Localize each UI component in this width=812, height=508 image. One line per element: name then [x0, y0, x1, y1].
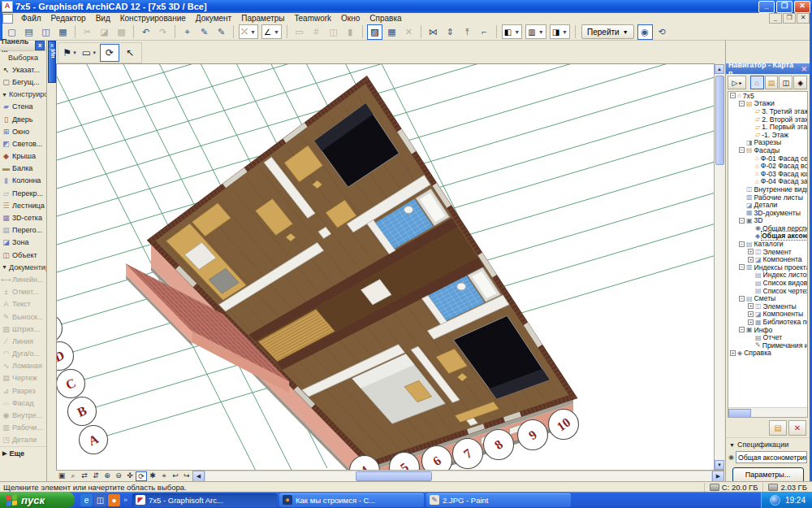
navigator-title-bar[interactable]: Навигатор - Карта п... ✕	[726, 63, 810, 74]
new-folder-icon[interactable]: ▤	[769, 420, 787, 436]
fill-tool[interactable]: ▨Штрих...	[0, 323, 46, 335]
zoom-box-icon[interactable]: ⌕	[67, 471, 79, 481]
tree-item[interactable]: ▤Индекс листов	[728, 271, 807, 280]
pan-icon[interactable]: ✜	[124, 471, 136, 481]
task-button[interactable]: ✎2.JPG - Paint	[426, 493, 571, 507]
elevation-tool[interactable]: ⌓Фасад	[0, 397, 46, 409]
tree-item[interactable]: ◪Детали	[728, 201, 807, 209]
door-tool[interactable]: ▯Дверь	[0, 113, 46, 125]
tree-item[interactable]: −▤Каталоги	[728, 240, 807, 248]
wall-tool[interactable]: ▰Стена	[0, 101, 46, 113]
drawing-tool[interactable]: ▤Чертеж	[0, 372, 46, 384]
mdi-restore-button[interactable]: ❒	[783, 13, 796, 24]
split-icon[interactable]: ⇕	[443, 24, 458, 40]
tree-item[interactable]: +▦Библиотека по	[728, 318, 807, 326]
tree-item[interactable]: −▤Сметы	[728, 294, 807, 302]
stair-tool[interactable]: ☰Лестница	[0, 199, 46, 211]
menu-редактор[interactable]: Редактор	[46, 14, 91, 23]
interior-elevation-tool[interactable]: ◉Внутре...	[0, 409, 46, 421]
scroll-up-icon[interactable]: ▲	[715, 64, 724, 74]
tree-item[interactable]: −⌂7x5	[728, 92, 807, 100]
magic-wand-icon[interactable]: ▦	[384, 24, 400, 40]
tree-item[interactable]: ▦3D-документы	[728, 209, 807, 217]
task-button[interactable]: ◤7x5 - Graphisoft Arc...	[132, 493, 277, 507]
vertical-scrollbar[interactable]: ▲ ▼	[714, 64, 724, 470]
collapse-icon[interactable]: −	[739, 327, 745, 332]
detail-tool[interactable]: ◳Детали	[0, 434, 46, 446]
collapse-icon[interactable]: −	[739, 101, 745, 106]
tree-item[interactable]: ▥Рабочие листы	[728, 193, 807, 202]
pick-params-icon[interactable]: ⌖	[179, 24, 195, 40]
marquee-view-icon[interactable]: ▭▼	[80, 45, 98, 61]
copy-icon[interactable]: ◪	[97, 24, 112, 40]
tree-item[interactable]: ◉Общая перспек	[728, 224, 807, 232]
collapse-icon[interactable]: −	[739, 264, 745, 270]
tree-item[interactable]: ▱-1. Этаж	[728, 131, 807, 139]
tree-item[interactable]: +◫Элемент	[728, 248, 807, 256]
roof-tool[interactable]: ◆Крыша	[0, 150, 46, 163]
beam-tool[interactable]: ▬Балка	[0, 163, 46, 175]
view-settings-icon[interactable]: ⚑▼	[61, 45, 79, 61]
section-view-combo[interactable]: ◧▼	[502, 24, 522, 39]
drawing-canvas[interactable]: ABCDE45678910	[56, 63, 715, 471]
tree-item[interactable]: ▤Список чертеж	[728, 287, 807, 295]
arrow-mode-combo[interactable]: ⤫▼	[239, 24, 258, 39]
worksheet-tool[interactable]: ▥Рабочи...	[0, 422, 46, 434]
expand-icon[interactable]: +	[748, 319, 754, 325]
object-tool[interactable]: ◫Объект	[0, 249, 46, 261]
menu-параметры[interactable]: Параметры	[236, 14, 289, 23]
mdi-close-button[interactable]: ✕	[797, 13, 810, 24]
start-button[interactable]: пуск	[0, 492, 75, 508]
fit-icon[interactable]: ⇄	[79, 471, 90, 481]
render-icon[interactable]: ◉	[637, 24, 653, 40]
window-tool[interactable]: ⊞Окно	[0, 125, 46, 137]
skylight-tool[interactable]: ◩Светов...	[0, 137, 46, 150]
specifications-header[interactable]: ▼ Спецификации	[726, 437, 810, 450]
scroll-right-icon[interactable]: ▶	[712, 471, 724, 482]
tree-item[interactable]: ◈Общая аксон	[728, 232, 807, 241]
grid-snap-icon[interactable]: #	[309, 24, 324, 40]
toolbox-section[interactable]: ▼Документир	[0, 261, 46, 273]
project-map-icon[interactable]: ⌂	[750, 76, 764, 89]
menu-справка[interactable]: Справка	[365, 14, 406, 23]
cut-icon[interactable]: ✂	[80, 24, 95, 40]
text-tool[interactable]: AТекст	[0, 298, 46, 310]
tree-item[interactable]: +◪Компонента	[728, 255, 807, 263]
orbit-icon[interactable]: ⟳	[100, 44, 119, 62]
zone-tool[interactable]: ◪Зона	[0, 237, 46, 249]
orbit-icon[interactable]: ⟳	[136, 471, 147, 481]
horizontal-scrollbar[interactable]	[205, 471, 712, 482]
close-icon[interactable]: x	[49, 41, 55, 50]
tree-item[interactable]: −▥Индексы проекта	[728, 263, 807, 271]
tree-item[interactable]: ▤Список видов	[728, 279, 807, 287]
mesh-tool[interactable]: ▦3D-сетка	[0, 211, 46, 224]
tree-item[interactable]: +◈Справка	[728, 350, 807, 358]
scroll-left-icon[interactable]: ◀	[192, 471, 205, 482]
info-box-minimized-tab[interactable]: x Ин	[48, 41, 56, 83]
fillet-icon[interactable]: ⌐	[477, 24, 492, 40]
menu-файл[interactable]: Файл	[16, 14, 46, 23]
tree-item[interactable]: ⌂Ф-01 Фасад сев	[728, 154, 807, 163]
expand-icon[interactable]: +	[748, 303, 754, 309]
next-zoom-icon[interactable]: ↪	[181, 471, 192, 481]
detail-combo[interactable]: ◨▼	[550, 24, 570, 39]
current-view-field[interactable]: Общая аксонометрия	[736, 451, 807, 463]
close-button[interactable]: ✕	[794, 1, 810, 13]
publisher-icon[interactable]: ◈	[793, 76, 807, 89]
tree-item[interactable]: −▤Фасады	[728, 146, 807, 154]
tree-item[interactable]: ✎Примечания и з	[728, 341, 807, 350]
collapse-icon[interactable]: −	[739, 296, 745, 302]
column-tool[interactable]: ▮Колонна	[0, 175, 46, 187]
tree-item[interactable]: −▣3D	[728, 217, 807, 225]
menu-вид[interactable]: Вид	[91, 14, 115, 23]
toolbox-section[interactable]: ▼Конструиро	[0, 89, 46, 101]
layout-combo[interactable]: ▥▼	[525, 24, 546, 39]
view-map-icon[interactable]: ▤	[765, 76, 779, 89]
save-icon[interactable]: ◫	[38, 24, 54, 40]
trim-icon[interactable]: ⋈	[425, 24, 441, 40]
marquee-tool[interactable]: ▢Бегущ...	[0, 76, 46, 88]
menu-окно[interactable]: Окно	[336, 14, 365, 23]
tray-app-icon[interactable]	[770, 495, 780, 506]
expand-icon[interactable]: +	[748, 257, 754, 263]
tree-item[interactable]: ▤Отчет	[728, 333, 807, 341]
